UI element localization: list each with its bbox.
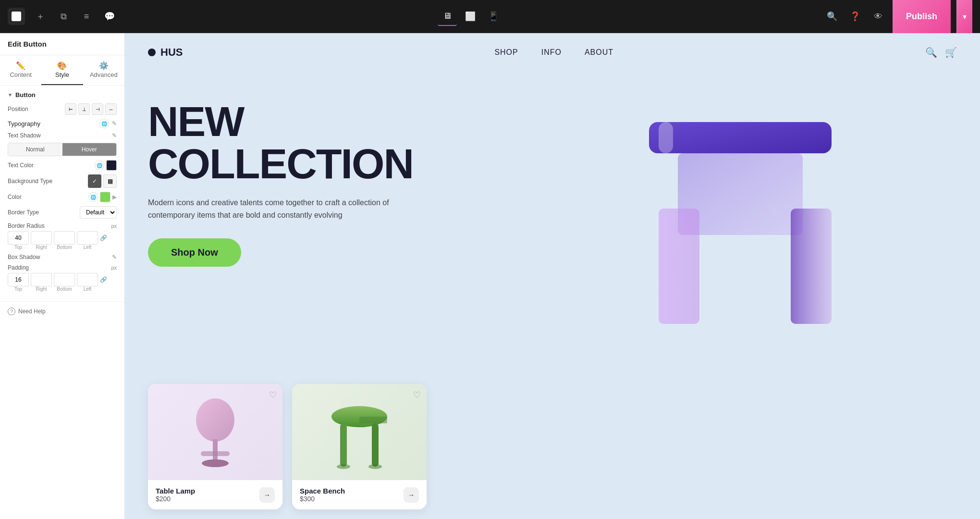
svg-rect-0 [649, 122, 832, 153]
typography-edit-icon[interactable]: ✎ [112, 120, 117, 127]
box-shadow-edit-icon[interactable]: ✎ [112, 254, 117, 260]
color-expand-icon[interactable]: ▶ [112, 194, 117, 200]
need-help[interactable]: ? Need Help [0, 302, 124, 321]
radius-bottom-label: Bottom [54, 245, 75, 250]
panel-tabs: ✏️ Content 🎨 Style ⚙️ Advanced [0, 55, 124, 86]
mobile-view-button[interactable]: 📱 [484, 7, 503, 26]
typography-label: Typography [8, 120, 40, 127]
typography-globe-icon[interactable]: 🌐 [99, 119, 109, 128]
border-radius-row: Border Radius px [8, 222, 117, 229]
canvas: HUS SHOP INFO ABOUT 🔍 🛒 NEW COLLECTIO [125, 33, 980, 519]
border-radius-top-input[interactable] [8, 231, 29, 245]
text-shadow-row: Text Shadow ✎ [8, 132, 117, 139]
cart-nav-icon[interactable]: 🛒 [945, 47, 957, 58]
svg-rect-4 [659, 122, 673, 153]
padding-right-input[interactable] [31, 273, 52, 286]
website-preview: HUS SHOP INFO ABOUT 🔍 🛒 NEW COLLECTIO [125, 33, 980, 519]
settings-button[interactable]: ≡ [79, 9, 94, 24]
padding-top-label: Top [8, 286, 29, 292]
hero-subtitle: Modern icons and creative talents come t… [148, 197, 417, 221]
nav-link-info[interactable]: INFO [541, 48, 562, 57]
color-swatch[interactable] [100, 192, 110, 202]
tablet-view-button[interactable]: ⬜ [461, 7, 480, 26]
wishlist-icon-1[interactable]: ♡ [269, 390, 277, 400]
top-bar-right: 🔍 ❓ 👁 Publish ▾ [816, 0, 980, 33]
text-shadow-label: Text Shadow [8, 132, 41, 139]
state-toggle-group: Normal Hover [8, 143, 117, 156]
align-left-button[interactable]: ⊢ [65, 103, 76, 115]
align-center-button[interactable]: ⊥ [78, 103, 90, 115]
product-text-2: Space Bench $300 [300, 487, 345, 503]
color-controls: 🌐 ▶ [88, 192, 117, 202]
text-color-row: Text Color 🌐 [8, 160, 117, 171]
logo-dot [148, 49, 156, 56]
position-controls: ⊢ ⊥ ⊣ ↔ [65, 103, 117, 115]
product-arrow-2[interactable]: → [404, 487, 419, 503]
svg-rect-10 [359, 417, 387, 423]
product-arrow-1[interactable]: → [259, 487, 275, 503]
wishlist-icon-2[interactable]: ♡ [413, 390, 421, 400]
padding-link-icon[interactable]: 🔗 [100, 276, 107, 283]
layers-button[interactable]: ⧉ [56, 9, 71, 24]
svg-point-13 [337, 464, 350, 469]
device-switcher: 🖥 ⬜ 📱 [125, 7, 816, 26]
publish-dropdown-button[interactable]: ▾ [956, 0, 972, 33]
chevron-icon: ▼ [8, 92, 12, 98]
border-radius-right-input[interactable] [31, 231, 52, 245]
align-right-button[interactable]: ⊣ [92, 103, 103, 115]
text-color-controls: 🌐 [95, 160, 117, 171]
desktop-view-button[interactable]: 🖥 [438, 7, 457, 26]
search-nav-icon[interactable]: 🔍 [925, 47, 937, 58]
product-card-1: ♡ [148, 384, 282, 509]
border-radius-left-input[interactable] [77, 231, 98, 245]
eye-button[interactable]: 👁 [870, 8, 887, 25]
product-info-2: Space Bench $300 → [292, 480, 427, 509]
site-nav-links: SHOP INFO ABOUT [494, 48, 613, 57]
padding-bottom-input[interactable] [54, 273, 75, 286]
content-icon: ✏️ [0, 61, 41, 70]
tab-style[interactable]: 🎨 Style [41, 55, 83, 85]
advanced-icon: ⚙️ [83, 61, 124, 70]
padding-unit: px [111, 265, 117, 271]
color-row: Color 🌐 ▶ [8, 192, 117, 202]
normal-toggle-button[interactable]: Normal [8, 143, 62, 156]
tab-content[interactable]: ✏️ Content [0, 55, 41, 85]
bg-type-gradient-button[interactable]: ▩ [103, 174, 117, 188]
border-type-select[interactable]: Default [80, 206, 117, 219]
tab-advanced[interactable]: ⚙️ Advanced [83, 55, 124, 85]
svg-rect-8 [201, 451, 230, 456]
text-color-label: Text Color [8, 162, 34, 169]
align-stretch-button[interactable]: ↔ [105, 103, 117, 115]
background-type-buttons: ✓ ▩ [88, 174, 117, 188]
add-element-button[interactable]: ＋ [33, 9, 48, 24]
search-button[interactable]: 🔍 [823, 8, 841, 25]
position-row: Position ⊢ ⊥ ⊣ ↔ [8, 103, 117, 115]
nav-link-shop[interactable]: SHOP [494, 48, 518, 57]
color-globe-icon[interactable]: 🌐 [88, 192, 98, 202]
link-icon[interactable]: 🔗 [100, 235, 107, 241]
help-button[interactable]: ❓ [846, 8, 864, 25]
text-color-swatch[interactable] [106, 160, 117, 171]
radius-top-label: Top [8, 245, 29, 250]
panel-header: Edit Button [0, 33, 124, 55]
hover-toggle-button[interactable]: Hover [62, 143, 117, 156]
shop-now-button[interactable]: Shop Now [148, 238, 241, 267]
svg-rect-11 [340, 423, 347, 467]
table-lamp-svg [186, 394, 244, 470]
bg-type-solid-button[interactable]: ✓ [88, 174, 101, 188]
border-radius-label: Border Radius [8, 222, 45, 229]
nav-link-about[interactable]: ABOUT [585, 48, 613, 57]
text-shadow-edit-icon[interactable]: ✎ [112, 132, 117, 139]
padding-left-input[interactable] [77, 273, 98, 286]
products-row: ♡ [125, 374, 980, 519]
chat-button[interactable]: 💬 [102, 9, 117, 24]
svg-rect-2 [659, 209, 699, 324]
logo-button[interactable] [8, 8, 25, 25]
publish-button[interactable]: Publish [893, 0, 951, 33]
product-image-2: ♡ [292, 384, 427, 480]
padding-top-input[interactable] [8, 273, 29, 286]
text-color-globe-icon[interactable]: 🌐 [95, 161, 104, 170]
border-radius-bottom-input[interactable] [54, 231, 75, 245]
site-nav-icons: 🔍 🛒 [925, 47, 957, 58]
style-icon: 🎨 [41, 61, 83, 70]
